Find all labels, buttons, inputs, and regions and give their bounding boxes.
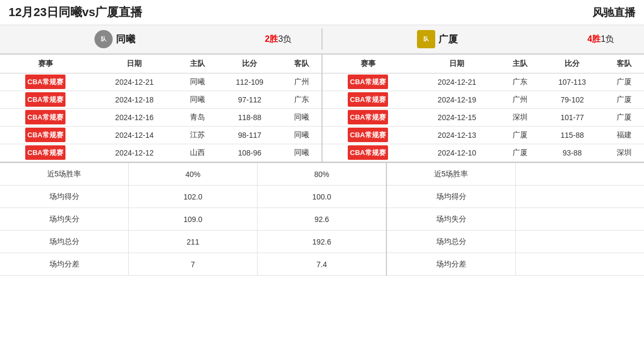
right-col-score: 比分 [540,55,605,73]
right-date-cell: 2024-12-15 [413,109,500,127]
stat-empty-right [516,231,644,253]
stat-label-left: 场均总分 [0,231,128,253]
left-away-cell: 同曦 [282,127,321,144]
left-team-record: 2胜3负 [265,34,292,45]
left-col-away: 客队 [282,55,321,73]
left-date-cell: 2024-12-18 [91,91,178,109]
left-event-cell: CBA常规赛 [0,127,91,144]
right-home-cell: 广厦 [500,144,539,162]
left-event-cell: CBA常规赛 [0,109,91,127]
stat-value-mid: 192.6 [258,231,386,253]
left-score-cell: 97-112 [217,91,282,109]
page-wrapper: 12月23日同曦vs广厦直播 风驰直播 队 同曦 2胜3负 队 广厦 4胜1负 [0,0,644,362]
left-event-cell: CBA常规赛 [0,73,91,91]
right-table-row: CBA常规赛 2024-12-10 广厦 93-88 深圳 [323,144,644,162]
left-away-cell: 同曦 [282,109,321,127]
right-event-cell: CBA常规赛 [323,109,413,127]
page-title: 12月23日同曦vs广厦直播 [9,4,142,20]
stat-label-right: 场均分差 [387,253,515,276]
stat-label-left: 场均得分 [0,186,128,208]
brand-name: 风驰直播 [592,5,635,20]
left-home-cell: 山西 [178,144,217,162]
right-col-home: 主队 [500,55,539,73]
left-stats: 近5场胜率场均得分场均失分场均总分场均分差 [0,163,129,276]
right-home-cell: 广东 [500,73,539,91]
right-table-header-row: 赛事 日期 主队 比分 客队 [323,55,644,73]
mid-stat-values: 80%100.092.6192.67.4 [258,163,387,276]
left-date-cell: 2024-12-16 [91,109,178,127]
stat-value-left: 7 [129,253,257,276]
left-table-row: CBA常规赛 2024-12-16 青岛 118-88 同曦 [0,109,321,127]
right-score-cell: 93-88 [540,144,605,162]
stat-empty-right [516,186,644,208]
left-table-section: 赛事 日期 主队 比分 客队 CBA常规赛 2024-12-21 同曦 112-… [0,54,323,162]
right-col-event: 赛事 [323,55,413,73]
left-event-cell: CBA常规赛 [0,144,91,162]
right-team-record: 4胜1负 [588,34,614,45]
left-games-table: 赛事 日期 主队 比分 客队 CBA常规赛 2024-12-21 同曦 112-… [0,54,321,162]
left-event-cell: CBA常规赛 [0,91,91,109]
main-content: 赛事 日期 主队 比分 客队 CBA常规赛 2024-12-21 同曦 112-… [0,54,644,162]
right-event-cell: CBA常规赛 [323,73,413,91]
right-table-row: CBA常规赛 2024-12-21 广东 107-113 广厦 [323,73,644,91]
left-score-cell: 98-117 [217,127,282,144]
right-table-row: CBA常规赛 2024-12-19 广州 79-102 广厦 [323,91,644,109]
left-date-cell: 2024-12-21 [91,73,178,91]
left-col-date: 日期 [91,55,178,73]
stat-label-left: 场均失分 [0,208,128,231]
left-team-record-section: 2胜3负 [230,34,321,45]
left-away-cell: 广州 [282,73,321,91]
left-col-event: 赛事 [0,55,91,73]
stat-value-mid: 7.4 [258,253,386,276]
stat-label-right: 近5场胜率 [387,163,515,186]
left-stat-values: 40%102.0109.02117 [129,163,258,276]
right-stats: 近5场胜率场均得分场均失分场均总分场均分差 [387,163,516,276]
right-table-row: CBA常规赛 2024-12-13 广厦 115-88 福建 [323,127,644,144]
right-event-cell: CBA常规赛 [323,144,413,162]
left-table-row: CBA常规赛 2024-12-14 江苏 98-117 同曦 [0,127,321,144]
right-col-away: 客队 [605,55,644,73]
stat-value-mid: 92.6 [258,208,386,231]
right-date-cell: 2024-12-21 [413,73,500,91]
right-event-cell: CBA常规赛 [323,127,413,144]
left-col-score: 比分 [217,55,282,73]
stat-value-left: 211 [129,231,257,253]
right-stat-empty [516,163,644,276]
left-away-cell: 同曦 [282,144,321,162]
stat-label-right: 场均总分 [387,231,515,253]
right-date-cell: 2024-12-13 [413,127,500,144]
left-home-cell: 江苏 [178,127,217,144]
right-date-cell: 2024-12-19 [413,91,500,109]
right-away-cell: 广厦 [605,91,644,109]
right-team-record-section: 4胜1负 [552,34,644,45]
stats-section: 近5场胜率场均得分场均失分场均总分场均分差 40%102.0109.02117 … [0,162,644,276]
left-table-row: CBA常规赛 2024-12-18 同曦 97-112 广东 [0,91,321,109]
left-home-cell: 同曦 [178,91,217,109]
header: 12月23日同曦vs广厦直播 风驰直播 [0,0,644,25]
right-team-name: 广厦 [438,33,458,46]
left-date-cell: 2024-12-12 [91,144,178,162]
right-home-cell: 深圳 [500,109,539,127]
left-col-home: 主队 [178,55,217,73]
stat-empty-right [516,163,644,186]
left-table-row: CBA常规赛 2024-12-21 同曦 112-109 广州 [0,73,321,91]
right-score-cell: 79-102 [540,91,605,109]
right-home-cell: 广州 [500,91,539,109]
right-games-table: 赛事 日期 主队 比分 客队 CBA常规赛 2024-12-21 广东 107-… [323,54,644,162]
right-event-cell: CBA常规赛 [323,91,413,109]
stat-label-right: 场均失分 [387,208,515,231]
right-away-cell: 深圳 [605,144,644,162]
team-row: 队 同曦 2胜3负 队 广厦 4胜1负 [0,25,644,54]
stat-value-mid: 100.0 [258,186,386,208]
left-table-header-row: 赛事 日期 主队 比分 客队 [0,55,321,73]
left-table-row: CBA常规赛 2024-12-12 山西 108-96 同曦 [0,144,321,162]
stat-label-left: 近5场胜率 [0,163,128,186]
left-score-cell: 112-109 [217,73,282,91]
stat-value-left: 40% [129,163,257,186]
right-away-cell: 广厦 [605,109,644,127]
left-team-section: 队 同曦 [0,30,230,48]
stat-label-left: 场均分差 [0,253,128,276]
right-score-cell: 101-77 [540,109,605,127]
right-away-cell: 福建 [605,127,644,144]
stat-value-mid: 80% [258,163,386,186]
